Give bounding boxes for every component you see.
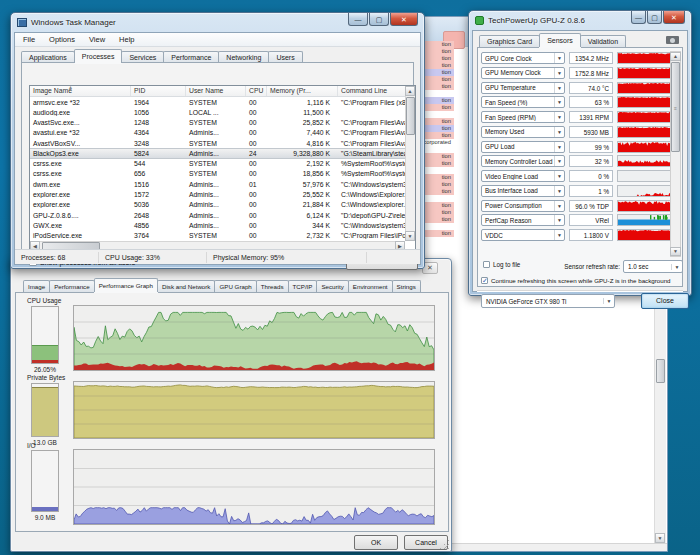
refresh-rate-dropdown[interactable]: 1.0 sec ▼: [623, 260, 683, 273]
sensor-select-perfcap-reason[interactable]: PerfCap Reason▼: [481, 214, 565, 226]
sensor-value: 1.1800 V: [569, 229, 613, 241]
scrollbar-thumb[interactable]: [656, 359, 665, 383]
cell: csrss.exe: [30, 170, 131, 177]
sensor-select-vddc[interactable]: VDDC▼: [481, 229, 565, 241]
maximize-button[interactable]: ▢: [647, 11, 662, 24]
sensor-row: Memory Used▼5930 MB: [481, 126, 674, 138]
cell: 00: [246, 99, 267, 106]
sensor-name: GPU Temperature: [482, 84, 554, 91]
process-row[interactable]: iPodService.exe3764SYSTEM002,732 K"C:\Pr…: [30, 230, 405, 240]
gpuz-close-button[interactable]: Close: [641, 293, 689, 309]
tab-performance-graph[interactable]: Performance Graph: [94, 278, 158, 292]
sensor-select-memory-used[interactable]: Memory Used▼: [481, 126, 565, 138]
gpu-device-dropdown[interactable]: NVIDIA GeForce GTX 980 Ti ▼: [481, 294, 615, 308]
ok-button[interactable]: OK: [354, 535, 398, 550]
sensor-select-fan-speed-rpm[interactable]: Fan Speed (RPM)▼: [481, 111, 565, 123]
process-row-selected[interactable]: BlackOps3.exe5824Adminis...249,328,880 K…: [30, 148, 405, 158]
scroll-down-button[interactable]: ▼: [655, 533, 665, 543]
gpuz-titlebar[interactable]: TechPowerUp GPU-Z 0.8.6 — ▢ ✕: [469, 11, 691, 29]
tab-threads[interactable]: Threads: [256, 280, 289, 292]
sensor-select-gpu-core-clock[interactable]: GPU Core Clock▼: [481, 52, 565, 64]
tab-environment[interactable]: Environment: [348, 280, 393, 292]
process-row[interactable]: explorer.exe1572Adminis...0025,552 KC:\W…: [30, 189, 405, 199]
process-row[interactable]: AvastVBoxSV...3248SYSTEM004,816 K"C:\Pro…: [30, 138, 405, 148]
task-manager-statusbar: Processes: 68CPU Usage: 33%Physical Memo…: [15, 249, 420, 264]
cell: 00: [246, 140, 267, 147]
process-row[interactable]: GWX.exe4856Adminis...00344 K"C:\Windows\…: [30, 220, 405, 230]
process-list-header: ▲ Image NamePIDUser NameCPUMemory (Pr...…: [30, 86, 415, 97]
properties-tabstrip: ImagePerformancePerformance GraphDisk an…: [17, 278, 457, 292]
column-header-image-name[interactable]: Image Name: [30, 86, 131, 96]
cell: Adminis...: [186, 201, 246, 208]
process-row[interactable]: csrss.exe656SYSTEM0018,856 K%SystemRoot%…: [30, 169, 405, 179]
status-item: CPU Usage: 33%: [99, 252, 207, 263]
sensor-select-fan-speed[interactable]: Fan Speed (%)▼: [481, 96, 565, 108]
tab-strings[interactable]: Strings: [392, 280, 421, 292]
minimize-button[interactable]: —: [348, 13, 368, 26]
sensor-value: VRel: [569, 214, 613, 226]
cell: 00: [246, 191, 267, 198]
tab-image[interactable]: Image: [23, 280, 50, 292]
scrollbar-thumb[interactable]: [406, 97, 415, 135]
process-row[interactable]: avastui.exe *324364Adminis...007,440 K"C…: [30, 128, 405, 138]
tab-sensors[interactable]: Sensors: [539, 33, 581, 47]
background-scrollbar[interactable]: ▼: [654, 303, 666, 543]
cell: 2,732 K: [267, 232, 338, 239]
sensor-select-gpu-load[interactable]: GPU Load▼: [481, 141, 565, 153]
tab-security[interactable]: Security: [316, 280, 348, 292]
cell: 3764: [131, 232, 186, 239]
resize-grip[interactable]: [440, 540, 449, 549]
sensor-select-video-engine-load[interactable]: Video Engine Load▼: [481, 170, 565, 182]
cell: 25,852 K: [267, 119, 338, 126]
close-button[interactable]: ✕: [663, 11, 685, 24]
menu-file[interactable]: File: [17, 34, 41, 45]
tab-disk-and-network[interactable]: Disk and Network: [157, 280, 216, 292]
task-manager-titlebar[interactable]: Windows Task Manager — ▢ ✕: [11, 13, 424, 31]
task-manager-client: FileOptionsViewHelp ApplicationsProcesse…: [14, 32, 421, 265]
minimize-button[interactable]: —: [631, 11, 646, 24]
tab-tcp-ip[interactable]: TCP/IP: [288, 280, 318, 292]
sensor-value: 1 %: [569, 185, 613, 197]
cell: Adminis...: [186, 181, 246, 188]
chevron-down-icon: ▼: [554, 68, 564, 78]
scroll-down-button[interactable]: ▼: [670, 247, 681, 256]
close-button[interactable]: ✕: [390, 13, 418, 26]
process-row[interactable]: AvastSvc.exe...1248SYSTEM0025,852 K"C:\P…: [30, 118, 405, 128]
sensor-select-gpu-temperature[interactable]: GPU Temperature▼: [481, 82, 565, 94]
sensor-select-power-consumption[interactable]: Power Consumption▼: [481, 200, 565, 212]
maximize-button[interactable]: ▢: [369, 13, 389, 26]
column-header-cpu[interactable]: CPU: [246, 86, 267, 96]
cell: Adminis...: [186, 191, 246, 198]
io-gauge-fill: [32, 507, 58, 511]
process-list-vscrollbar[interactable]: ▲ ▼: [405, 86, 415, 241]
sensor-row: Memory Controller Load▼32 %: [481, 155, 674, 167]
column-header-pid[interactable]: PID: [131, 86, 186, 96]
sensor-graph: [617, 126, 674, 138]
column-header-user-name[interactable]: User Name: [186, 86, 246, 96]
sensor-select-gpu-memory-clock[interactable]: GPU Memory Clock▼: [481, 67, 565, 79]
scroll-down-button[interactable]: ▼: [405, 231, 415, 241]
process-row[interactable]: csrss.exe544SYSTEM002,192 K%SystemRoot%\…: [30, 159, 405, 169]
process-row[interactable]: armsvc.exe *321964SYSTEM001,116 K"C:\Pro…: [30, 97, 405, 107]
process-row[interactable]: explorer.exe5036Adminis...0021,884 KC:\W…: [30, 200, 405, 210]
tab-processes[interactable]: Processes: [74, 49, 123, 63]
scroll-up-button[interactable]: ▲: [405, 86, 415, 96]
log-to-file-checkbox[interactable]: [483, 261, 490, 268]
menu-help[interactable]: Help: [113, 34, 140, 45]
scrollbar-thumb[interactable]: ≡: [671, 62, 680, 152]
process-row[interactable]: dwm.exe1516Adminis...0157,976 K"C:\Windo…: [30, 179, 405, 189]
process-row[interactable]: audiodg.exe1056LOCAL ...0011,500 K: [30, 107, 405, 117]
menu-options[interactable]: Options: [43, 34, 81, 45]
scroll-up-button[interactable]: ▲: [670, 52, 681, 61]
tab-performance[interactable]: Performance: [49, 280, 94, 292]
process-row[interactable]: GPU-Z.0.8.6....2648Adminis...006,124 K"D…: [30, 210, 405, 220]
sensors-scrollbar[interactable]: ▲ ≡ ▼: [670, 51, 681, 257]
sensor-select-bus-interface-load[interactable]: Bus Interface Load▼: [481, 185, 565, 197]
divider: [477, 290, 683, 291]
continue-refresh-checkbox[interactable]: ✓: [481, 277, 488, 284]
tab-gpu-graph[interactable]: GPU Graph: [214, 280, 256, 292]
menu-view[interactable]: View: [83, 34, 111, 45]
sensor-select-memory-controller-load[interactable]: Memory Controller Load▼: [481, 155, 565, 167]
refresh-rate-label: Sensor refresh rate:: [558, 263, 620, 270]
column-header-memory-pr[interactable]: Memory (Pr...: [267, 86, 338, 96]
